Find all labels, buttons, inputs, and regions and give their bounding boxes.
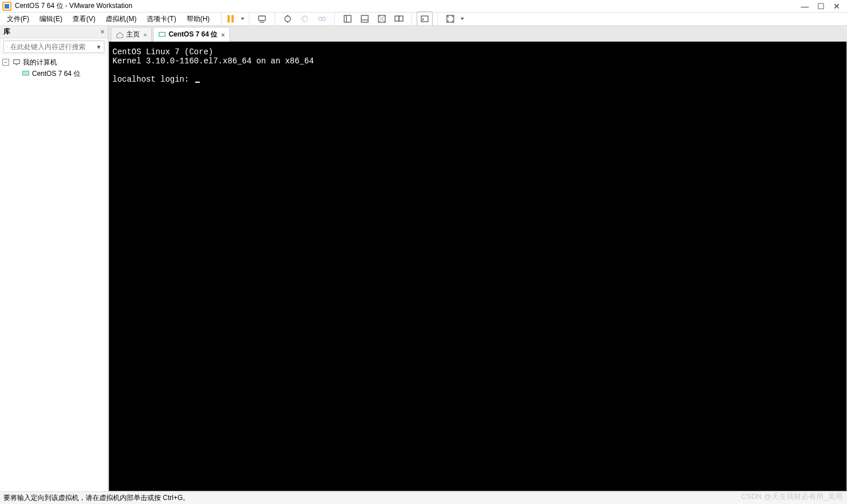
svg-point-7 bbox=[318, 17, 322, 21]
tab-vm-label: CentOS 7 64 位 bbox=[168, 30, 217, 39]
collapse-icon[interactable]: − bbox=[2, 59, 9, 66]
snapshot-revert-button[interactable] bbox=[297, 11, 313, 26]
view-thumbnail-button[interactable] bbox=[357, 11, 373, 26]
svg-point-5 bbox=[285, 16, 291, 22]
tab-vm-close[interactable]: × bbox=[221, 31, 224, 38]
vm-tab-icon bbox=[158, 31, 166, 39]
power-dropdown-icon[interactable] bbox=[241, 18, 244, 20]
search-input[interactable] bbox=[10, 43, 96, 51]
svg-rect-3 bbox=[232, 15, 233, 22]
view-multimon-button[interactable] bbox=[391, 11, 407, 26]
menu-vm[interactable]: 虚拟机(M) bbox=[101, 13, 141, 25]
svg-rect-4 bbox=[259, 16, 265, 21]
menu-edit[interactable]: 编辑(E) bbox=[35, 13, 67, 25]
menu-help[interactable]: 帮助(H) bbox=[182, 13, 215, 25]
tab-home-close[interactable]: × bbox=[143, 31, 147, 38]
titlebar: CentOS 7 64 位 - VMware Workstation — ☐ ✕ bbox=[0, 0, 847, 13]
menubar: 文件(F) 编辑(E) 查看(V) 虚拟机(M) 选项卡(T) 帮助(H) bbox=[0, 13, 847, 26]
tree-root-my-computer[interactable]: − 我的计算机 bbox=[0, 57, 108, 68]
tabs-bar: 主页 × CentOS 7 64 位 × bbox=[108, 26, 847, 42]
svg-rect-23 bbox=[159, 32, 166, 36]
minimize-button[interactable]: — bbox=[797, 1, 813, 12]
tree-root-label: 我的计算机 bbox=[23, 58, 57, 67]
svg-line-19 bbox=[7, 47, 8, 47]
svg-rect-14 bbox=[395, 16, 399, 21]
menu-file[interactable]: 文件(F) bbox=[2, 13, 34, 25]
svg-point-8 bbox=[322, 17, 325, 21]
console-line2: Kernel 3.10.0-1160.el7.x86_64 on an x86_… bbox=[112, 57, 314, 66]
menu-view[interactable]: 查看(V) bbox=[68, 13, 100, 25]
window-title: CentOS 7 64 位 - VMware Workstation bbox=[15, 1, 132, 11]
status-text: 要将输入定向到该虚拟机，请在虚拟机内部单击或按 Ctrl+G。 bbox=[3, 493, 189, 503]
tab-vm[interactable]: CentOS 7 64 位 × bbox=[153, 27, 229, 42]
svg-rect-16 bbox=[421, 16, 428, 22]
monitor-icon bbox=[13, 58, 21, 66]
view-unity-button[interactable] bbox=[374, 11, 390, 26]
tree-item-label: CentOS 7 64 位 bbox=[32, 69, 80, 79]
svg-rect-2 bbox=[228, 15, 229, 22]
close-button[interactable]: ✕ bbox=[829, 1, 845, 12]
tree-item-vm[interactable]: CentOS 7 64 位 bbox=[0, 68, 108, 79]
app-icon bbox=[2, 2, 11, 11]
sidebar-close-button[interactable]: × bbox=[100, 28, 104, 36]
sidebar-header: 库 × bbox=[0, 26, 108, 38]
sidebar-title: 库 bbox=[3, 27, 10, 37]
svg-point-6 bbox=[302, 16, 308, 22]
library-tree: − 我的计算机 CentOS 7 64 位 bbox=[0, 55, 108, 491]
home-icon bbox=[116, 31, 124, 39]
vm-console[interactable]: CentOS Linux 7 (Core) Kernel 3.10.0-1160… bbox=[108, 42, 847, 491]
fullscreen-dropdown-icon[interactable] bbox=[461, 18, 464, 20]
search-icon bbox=[6, 43, 8, 51]
svg-point-18 bbox=[7, 46, 8, 47]
maximize-button[interactable]: ☐ bbox=[813, 1, 829, 12]
svg-rect-9 bbox=[344, 15, 351, 22]
fullscreen-button[interactable] bbox=[442, 11, 458, 26]
vm-icon bbox=[22, 70, 30, 78]
search-dropdown-icon[interactable]: ▼ bbox=[96, 44, 102, 50]
library-sidebar: 库 × ▼ − 我的计算机 CentOS 7 64 位 bbox=[0, 26, 108, 491]
svg-rect-20 bbox=[14, 60, 20, 64]
svg-rect-15 bbox=[399, 16, 403, 21]
console-login-prompt: localhost login: bbox=[112, 75, 194, 84]
pause-vm-button[interactable] bbox=[223, 11, 239, 26]
status-bar: 要将输入定向到该虚拟机，请在虚拟机内部单击或按 Ctrl+G。 bbox=[0, 491, 847, 504]
svg-rect-1 bbox=[5, 4, 9, 9]
library-search[interactable]: ▼ bbox=[3, 41, 104, 53]
main-area: 库 × ▼ − 我的计算机 CentOS 7 64 位 bbox=[0, 26, 847, 491]
console-line1: CentOS Linux 7 (Core) bbox=[112, 47, 213, 57]
tab-home[interactable]: 主页 × bbox=[111, 27, 152, 42]
view-single-button[interactable] bbox=[340, 11, 356, 26]
svg-rect-11 bbox=[361, 15, 368, 22]
content-area: 主页 × CentOS 7 64 位 × CentOS Linux 7 (Cor… bbox=[108, 26, 847, 491]
tab-home-label: 主页 bbox=[126, 30, 140, 39]
snapshot-manager-button[interactable] bbox=[314, 11, 330, 26]
send-ctrl-alt-del-button[interactable] bbox=[254, 11, 270, 26]
text-cursor-icon bbox=[195, 82, 200, 83]
svg-rect-22 bbox=[24, 72, 28, 74]
console-view-button[interactable] bbox=[417, 11, 433, 26]
snapshot-take-button[interactable] bbox=[280, 11, 296, 26]
menu-tabs[interactable]: 选项卡(T) bbox=[142, 13, 180, 25]
